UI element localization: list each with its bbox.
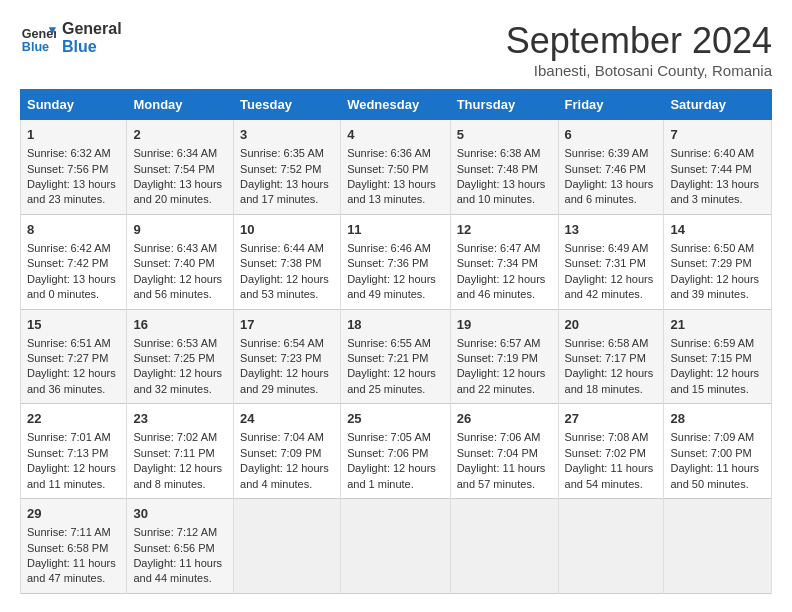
cell-text: Sunrise: 7:04 AM: [240, 430, 334, 445]
calendar-cell: 1Sunrise: 6:32 AMSunset: 7:56 PMDaylight…: [21, 120, 127, 215]
location: Ibanesti, Botosani County, Romania: [506, 62, 772, 79]
cell-text: Sunset: 7:40 PM: [133, 256, 227, 271]
cell-text: Daylight: 12 hours and 56 minutes.: [133, 272, 227, 303]
cell-text: Sunrise: 6:47 AM: [457, 241, 552, 256]
day-number: 5: [457, 126, 552, 144]
cell-text: Sunset: 7:52 PM: [240, 162, 334, 177]
cell-text: Sunset: 7:29 PM: [670, 256, 765, 271]
cell-text: Sunset: 7:19 PM: [457, 351, 552, 366]
day-number: 2: [133, 126, 227, 144]
calendar-cell: 7Sunrise: 6:40 AMSunset: 7:44 PMDaylight…: [664, 120, 772, 215]
day-number: 22: [27, 410, 120, 428]
cell-text: Sunset: 7:17 PM: [565, 351, 658, 366]
day-number: 16: [133, 316, 227, 334]
cell-text: Daylight: 13 hours and 10 minutes.: [457, 177, 552, 208]
cell-text: Sunrise: 6:46 AM: [347, 241, 444, 256]
cell-text: Sunrise: 6:36 AM: [347, 146, 444, 161]
calendar-cell: 12Sunrise: 6:47 AMSunset: 7:34 PMDayligh…: [450, 214, 558, 309]
calendar-cell: 30Sunrise: 7:12 AMSunset: 6:56 PMDayligh…: [127, 499, 234, 594]
calendar-cell: [450, 499, 558, 594]
cell-text: Daylight: 12 hours and 8 minutes.: [133, 461, 227, 492]
cell-text: Sunset: 7:21 PM: [347, 351, 444, 366]
day-number: 24: [240, 410, 334, 428]
header-row: SundayMondayTuesdayWednesdayThursdayFrid…: [21, 90, 772, 120]
logo: General Blue General Blue: [20, 20, 122, 56]
calendar-cell: 24Sunrise: 7:04 AMSunset: 7:09 PMDayligh…: [234, 404, 341, 499]
calendar-cell: [234, 499, 341, 594]
calendar-cell: 23Sunrise: 7:02 AMSunset: 7:11 PMDayligh…: [127, 404, 234, 499]
calendar-cell: 16Sunrise: 6:53 AMSunset: 7:25 PMDayligh…: [127, 309, 234, 404]
cell-text: Sunset: 7:34 PM: [457, 256, 552, 271]
week-row-5: 29Sunrise: 7:11 AMSunset: 6:58 PMDayligh…: [21, 499, 772, 594]
cell-text: Sunrise: 6:50 AM: [670, 241, 765, 256]
cell-text: Sunset: 6:56 PM: [133, 541, 227, 556]
day-number: 3: [240, 126, 334, 144]
cell-text: Sunset: 7:00 PM: [670, 446, 765, 461]
calendar-cell: 28Sunrise: 7:09 AMSunset: 7:00 PMDayligh…: [664, 404, 772, 499]
calendar-cell: 27Sunrise: 7:08 AMSunset: 7:02 PMDayligh…: [558, 404, 664, 499]
calendar-cell: 21Sunrise: 6:59 AMSunset: 7:15 PMDayligh…: [664, 309, 772, 404]
calendar-cell: [558, 499, 664, 594]
day-number: 8: [27, 221, 120, 239]
cell-text: Sunrise: 7:05 AM: [347, 430, 444, 445]
day-number: 4: [347, 126, 444, 144]
cell-text: Sunset: 7:27 PM: [27, 351, 120, 366]
day-number: 15: [27, 316, 120, 334]
calendar-cell: 19Sunrise: 6:57 AMSunset: 7:19 PMDayligh…: [450, 309, 558, 404]
calendar-cell: [341, 499, 451, 594]
calendar-cell: 29Sunrise: 7:11 AMSunset: 6:58 PMDayligh…: [21, 499, 127, 594]
calendar-cell: [664, 499, 772, 594]
day-number: 27: [565, 410, 658, 428]
calendar-cell: 20Sunrise: 6:58 AMSunset: 7:17 PMDayligh…: [558, 309, 664, 404]
cell-text: Sunrise: 6:32 AM: [27, 146, 120, 161]
cell-text: Daylight: 12 hours and 25 minutes.: [347, 366, 444, 397]
cell-text: Daylight: 12 hours and 32 minutes.: [133, 366, 227, 397]
cell-text: Daylight: 11 hours and 50 minutes.: [670, 461, 765, 492]
calendar-cell: 6Sunrise: 6:39 AMSunset: 7:46 PMDaylight…: [558, 120, 664, 215]
cell-text: Sunrise: 6:44 AM: [240, 241, 334, 256]
logo-text-blue: Blue: [62, 38, 122, 56]
day-number: 12: [457, 221, 552, 239]
week-row-3: 15Sunrise: 6:51 AMSunset: 7:27 PMDayligh…: [21, 309, 772, 404]
cell-text: Daylight: 11 hours and 57 minutes.: [457, 461, 552, 492]
cell-text: Sunrise: 7:09 AM: [670, 430, 765, 445]
cell-text: Sunset: 7:48 PM: [457, 162, 552, 177]
cell-text: Daylight: 12 hours and 1 minute.: [347, 461, 444, 492]
cell-text: Sunrise: 7:06 AM: [457, 430, 552, 445]
cell-text: Sunrise: 6:53 AM: [133, 336, 227, 351]
cell-text: Sunset: 7:46 PM: [565, 162, 658, 177]
cell-text: Daylight: 12 hours and 39 minutes.: [670, 272, 765, 303]
day-number: 19: [457, 316, 552, 334]
cell-text: Sunrise: 7:11 AM: [27, 525, 120, 540]
cell-text: Daylight: 13 hours and 0 minutes.: [27, 272, 120, 303]
day-number: 23: [133, 410, 227, 428]
day-number: 11: [347, 221, 444, 239]
cell-text: Sunset: 6:58 PM: [27, 541, 120, 556]
calendar-cell: 3Sunrise: 6:35 AMSunset: 7:52 PMDaylight…: [234, 120, 341, 215]
cell-text: Sunset: 7:42 PM: [27, 256, 120, 271]
cell-text: Sunrise: 7:12 AM: [133, 525, 227, 540]
cell-text: Daylight: 13 hours and 13 minutes.: [347, 177, 444, 208]
header-day-sunday: Sunday: [21, 90, 127, 120]
calendar-table: SundayMondayTuesdayWednesdayThursdayFrid…: [20, 89, 772, 594]
cell-text: Sunrise: 6:39 AM: [565, 146, 658, 161]
cell-text: Sunset: 7:06 PM: [347, 446, 444, 461]
cell-text: Daylight: 12 hours and 29 minutes.: [240, 366, 334, 397]
week-row-1: 1Sunrise: 6:32 AMSunset: 7:56 PMDaylight…: [21, 120, 772, 215]
cell-text: Sunset: 7:31 PM: [565, 256, 658, 271]
calendar-cell: 15Sunrise: 6:51 AMSunset: 7:27 PMDayligh…: [21, 309, 127, 404]
cell-text: Sunrise: 6:43 AM: [133, 241, 227, 256]
cell-text: Daylight: 13 hours and 20 minutes.: [133, 177, 227, 208]
header-day-tuesday: Tuesday: [234, 90, 341, 120]
header-day-wednesday: Wednesday: [341, 90, 451, 120]
cell-text: Daylight: 12 hours and 36 minutes.: [27, 366, 120, 397]
calendar-cell: 8Sunrise: 6:42 AMSunset: 7:42 PMDaylight…: [21, 214, 127, 309]
calendar-cell: 14Sunrise: 6:50 AMSunset: 7:29 PMDayligh…: [664, 214, 772, 309]
cell-text: Sunrise: 6:49 AM: [565, 241, 658, 256]
title-block: September 2024 Ibanesti, Botosani County…: [506, 20, 772, 79]
logo-icon: General Blue: [20, 20, 56, 56]
day-number: 25: [347, 410, 444, 428]
logo-text-general: General: [62, 20, 122, 38]
cell-text: Daylight: 13 hours and 6 minutes.: [565, 177, 658, 208]
calendar-cell: 25Sunrise: 7:05 AMSunset: 7:06 PMDayligh…: [341, 404, 451, 499]
